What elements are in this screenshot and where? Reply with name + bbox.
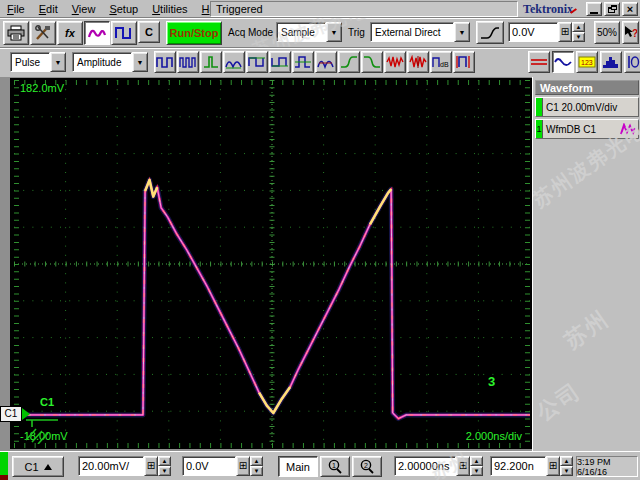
keypad-button[interactable]: ⊞ <box>456 456 470 476</box>
trigger-level-spinner[interactable]: ▲ ▼ <box>572 22 585 42</box>
main-button-label: Main <box>286 461 310 473</box>
restore-button[interactable] <box>604 2 620 16</box>
close-button[interactable]: × <box>622 2 638 16</box>
fifty-percent-label: 50% <box>597 27 617 38</box>
meas-period-button[interactable] <box>154 51 176 73</box>
trace-noise-red <box>14 180 530 419</box>
spin-down-icon[interactable]: ▼ <box>250 466 263 476</box>
spin-up-icon[interactable]: ▲ <box>250 456 263 466</box>
fx-math-button[interactable]: fx <box>57 21 83 45</box>
printer-icon <box>7 25 25 41</box>
waveform-display-button[interactable] <box>552 51 574 73</box>
spin-down-icon[interactable]: ▼ <box>470 466 483 476</box>
horizontal-position-spinner[interactable]: ▲ ▼ <box>560 456 573 476</box>
main-toolbar: fx C Run/Stop Acq Mode Sample ▼ Trig Ext… <box>0 18 640 48</box>
meas-low-level-button[interactable] <box>269 51 291 73</box>
histogram-icon <box>602 55 620 69</box>
spin-down-icon[interactable]: ▼ <box>560 466 573 476</box>
vertical-scale-input[interactable] <box>78 456 144 476</box>
c-mode-button[interactable]: C <box>138 21 160 43</box>
meas-rise-time-button[interactable] <box>338 51 360 73</box>
graticule[interactable]: 182.0mV -18.00mV 2.000ns/div C1 3 <box>10 78 532 449</box>
spin-down-icon[interactable]: ▼ <box>572 32 585 42</box>
trigger-status-readout: Triggered <box>210 1 518 17</box>
acq-mode-dropdown-button[interactable]: ▼ <box>326 22 342 42</box>
trigger-level-input[interactable] <box>508 22 558 42</box>
zoom-1-button[interactable]: 1 <box>320 456 350 477</box>
close-icon: × <box>627 4 633 15</box>
context-help-button[interactable]: ? <box>622 21 639 44</box>
channel-color-strip: 1 <box>536 120 543 138</box>
meas-category-select[interactable]: Pulse ▼ <box>10 52 66 72</box>
keypad-button[interactable]: ⊞ <box>144 456 158 476</box>
trigger-source-dropdown-button[interactable]: ▼ <box>454 22 470 42</box>
menu-view[interactable]: View <box>65 1 103 17</box>
meas-subcategory-select[interactable]: Amplitude ▼ <box>72 52 148 72</box>
menu-file[interactable]: File <box>0 1 32 17</box>
svg-text:2: 2 <box>364 462 368 469</box>
meas-cycle-peaks-button[interactable] <box>315 51 337 73</box>
readouts-button[interactable]: 123 <box>576 51 598 73</box>
run-stop-label: Run/Stop <box>170 27 219 39</box>
set-50-percent-button[interactable]: 50% <box>594 21 620 44</box>
pulse-icon <box>115 26 133 40</box>
vertical-scale-spinner[interactable]: ▲ ▼ <box>158 456 171 476</box>
keypad-icon: ⊞ <box>549 461 557 471</box>
meas-gain-db-button[interactable]: dB <box>430 51 452 73</box>
meas-frequency-button[interactable] <box>177 51 199 73</box>
tools-button[interactable] <box>30 21 56 45</box>
horizontal-scale-spinner[interactable]: ▲ ▼ <box>470 456 483 476</box>
run-stop-button[interactable]: Run/Stop <box>166 21 222 45</box>
horizontal-position-input[interactable] <box>490 456 546 476</box>
meas-peaks-button[interactable] <box>223 51 245 73</box>
spin-up-icon[interactable]: ▲ <box>572 22 585 32</box>
channel-select-button[interactable]: C1 <box>12 456 64 477</box>
meas-fall-time-button[interactable] <box>361 51 383 73</box>
svg-text:?: ? <box>632 28 637 39</box>
pulse-mode-button[interactable] <box>111 21 137 45</box>
minimize-button[interactable] <box>586 2 602 16</box>
acq-mode-select[interactable]: Sample ▼ <box>276 22 342 42</box>
acq-mode-value: Sample <box>276 22 326 42</box>
waveform-entry-wfmdb[interactable]: 1 WfmDB C1 <box>535 119 639 139</box>
vertical-offset-spinner[interactable]: ▲ ▼ <box>250 456 263 476</box>
meas-gated-button[interactable] <box>453 51 475 73</box>
meas-high-level-button[interactable] <box>246 51 268 73</box>
print-button[interactable] <box>3 21 29 45</box>
zoom-2-button[interactable]: 2 <box>352 456 382 477</box>
spin-up-icon[interactable]: ▲ <box>560 456 573 466</box>
keypad-button[interactable]: ⊞ <box>236 456 250 476</box>
magnifier-1-icon: 1 <box>327 459 343 475</box>
trigger-level-group: ⊞ ▲ ▼ <box>508 22 586 42</box>
menu-setup[interactable]: Setup <box>102 1 145 17</box>
spin-down-icon[interactable]: ▼ <box>158 466 171 476</box>
trigger-slope-button[interactable] <box>476 21 504 44</box>
minimize-icon <box>590 12 598 14</box>
trigger-source-select[interactable]: External Direct ▼ <box>370 22 470 42</box>
cursors-button[interactable] <box>528 51 550 73</box>
chevron-down-icon: ▼ <box>331 29 338 36</box>
histogram-button[interactable] <box>600 51 622 73</box>
keypad-button[interactable]: ⊞ <box>558 22 572 42</box>
spin-up-icon[interactable]: ▲ <box>158 456 171 466</box>
meas-mid-level-button[interactable] <box>292 51 314 73</box>
waveform-mode-button[interactable] <box>84 21 110 45</box>
menu-utilities[interactable]: Utilities <box>145 1 194 17</box>
horizontal-scale-input[interactable] <box>394 456 456 476</box>
spin-up-icon[interactable]: ▲ <box>470 456 483 466</box>
horizontal-scale-group: ⊞ ▲ ▼ <box>394 456 484 476</box>
menu-edit[interactable]: Edit <box>32 1 65 17</box>
main-timebase-button[interactable]: Main <box>278 456 318 477</box>
meas-pulse-width-button[interactable] <box>200 51 222 73</box>
mask-test-button[interactable] <box>624 51 640 73</box>
meas-subcategory-dropdown-button[interactable]: ▼ <box>132 52 148 72</box>
tools-icon <box>34 25 52 41</box>
meas-rms-noise-button[interactable] <box>384 51 406 73</box>
keypad-button[interactable]: ⊞ <box>546 456 560 476</box>
period-icon <box>156 55 174 69</box>
waveform-entry-c1[interactable]: C1 20.00mV/div <box>535 97 639 117</box>
meas-category-dropdown-button[interactable]: ▼ <box>50 52 66 72</box>
channel-position-marker[interactable]: C1 <box>0 406 32 423</box>
meas-amplitude-noise-button[interactable] <box>407 51 429 73</box>
vertical-offset-input[interactable] <box>182 456 236 476</box>
